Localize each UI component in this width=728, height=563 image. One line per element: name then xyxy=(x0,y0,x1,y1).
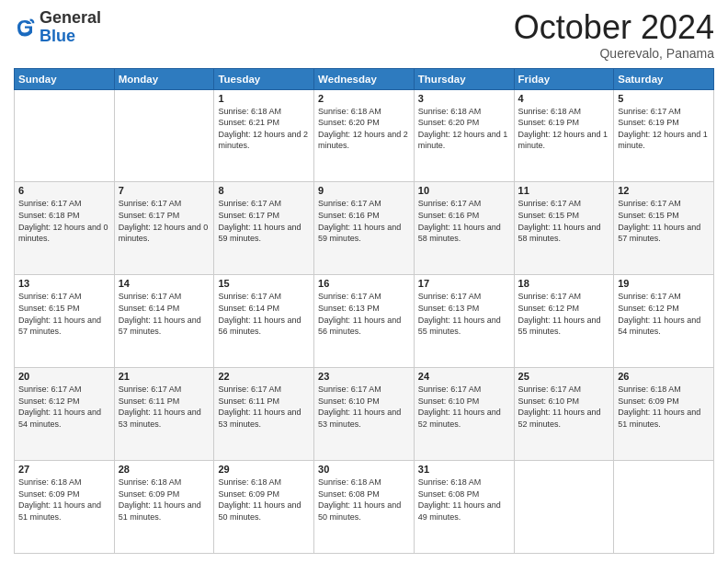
day-number-10: 10 xyxy=(418,185,510,196)
cell-content-0-5: Sunrise: 6:18 AM Sunset: 6:19 PM Dayligh… xyxy=(518,106,610,152)
day-number-17: 17 xyxy=(418,278,510,289)
cell-2-3: 16Sunrise: 6:17 AM Sunset: 6:13 PM Dayli… xyxy=(314,275,415,368)
day-number-2: 2 xyxy=(318,93,410,104)
col-saturday: Saturday xyxy=(614,68,714,89)
cell-content-1-5: Sunrise: 6:17 AM Sunset: 6:15 PM Dayligh… xyxy=(518,198,610,244)
cell-4-4: 31Sunrise: 6:18 AM Sunset: 6:08 PM Dayli… xyxy=(414,461,514,554)
location: Querevalo, Panama xyxy=(514,46,714,61)
cell-1-1: 7Sunrise: 6:17 AM Sunset: 6:17 PM Daylig… xyxy=(114,182,214,275)
header: General Blue October 2024 Querevalo, Pan… xyxy=(14,9,714,61)
day-number-23: 23 xyxy=(318,371,410,382)
cell-content-4-2: Sunrise: 6:18 AM Sunset: 6:09 PM Dayligh… xyxy=(218,477,310,523)
cell-4-2: 29Sunrise: 6:18 AM Sunset: 6:09 PM Dayli… xyxy=(214,461,314,554)
cell-content-1-6: Sunrise: 6:17 AM Sunset: 6:15 PM Dayligh… xyxy=(618,198,710,244)
col-tuesday: Tuesday xyxy=(214,68,314,89)
cell-0-3: 2Sunrise: 6:18 AM Sunset: 6:20 PM Daylig… xyxy=(314,89,415,182)
month-title: October 2024 xyxy=(514,9,714,46)
week-row-2: 13Sunrise: 6:17 AM Sunset: 6:15 PM Dayli… xyxy=(15,275,714,368)
cell-content-2-2: Sunrise: 6:17 AM Sunset: 6:14 PM Dayligh… xyxy=(218,291,310,337)
cell-1-2: 8Sunrise: 6:17 AM Sunset: 6:17 PM Daylig… xyxy=(214,182,314,275)
cell-content-2-6: Sunrise: 6:17 AM Sunset: 6:12 PM Dayligh… xyxy=(618,291,710,337)
cell-4-5 xyxy=(514,461,614,554)
cell-0-5: 4Sunrise: 6:18 AM Sunset: 6:19 PM Daylig… xyxy=(514,89,614,182)
cell-content-2-5: Sunrise: 6:17 AM Sunset: 6:12 PM Dayligh… xyxy=(518,291,610,337)
cell-2-6: 19Sunrise: 6:17 AM Sunset: 6:12 PM Dayli… xyxy=(614,275,714,368)
day-number-19: 19 xyxy=(618,278,710,289)
day-number-29: 29 xyxy=(218,464,310,475)
day-number-1: 1 xyxy=(218,93,310,104)
day-number-12: 12 xyxy=(618,185,710,196)
cell-0-6: 5Sunrise: 6:17 AM Sunset: 6:19 PM Daylig… xyxy=(614,89,714,182)
day-number-22: 22 xyxy=(218,371,310,382)
day-number-15: 15 xyxy=(218,278,310,289)
cell-content-3-1: Sunrise: 6:17 AM Sunset: 6:11 PM Dayligh… xyxy=(119,384,210,430)
day-number-28: 28 xyxy=(119,464,210,475)
week-row-0: 1Sunrise: 6:18 AM Sunset: 6:21 PM Daylig… xyxy=(15,89,714,182)
col-thursday: Thursday xyxy=(414,68,514,89)
cell-content-4-0: Sunrise: 6:18 AM Sunset: 6:09 PM Dayligh… xyxy=(18,477,110,523)
cell-content-2-4: Sunrise: 6:17 AM Sunset: 6:13 PM Dayligh… xyxy=(418,291,510,337)
cell-content-2-0: Sunrise: 6:17 AM Sunset: 6:15 PM Dayligh… xyxy=(18,291,110,337)
day-number-20: 20 xyxy=(18,371,110,382)
cell-content-1-4: Sunrise: 6:17 AM Sunset: 6:16 PM Dayligh… xyxy=(418,198,510,244)
cell-content-3-4: Sunrise: 6:17 AM Sunset: 6:10 PM Dayligh… xyxy=(418,384,510,430)
cell-0-4: 3Sunrise: 6:18 AM Sunset: 6:20 PM Daylig… xyxy=(414,89,514,182)
logo: General Blue xyxy=(14,9,101,46)
day-number-30: 30 xyxy=(318,464,410,475)
col-sunday: Sunday xyxy=(15,68,115,89)
day-number-9: 9 xyxy=(318,185,410,196)
cell-4-6 xyxy=(614,461,714,554)
cell-3-6: 26Sunrise: 6:18 AM Sunset: 6:09 PM Dayli… xyxy=(614,368,714,461)
cell-content-3-5: Sunrise: 6:17 AM Sunset: 6:10 PM Dayligh… xyxy=(518,384,610,430)
col-monday: Monday xyxy=(114,68,214,89)
col-friday: Friday xyxy=(514,68,614,89)
day-number-14: 14 xyxy=(119,278,210,289)
day-number-18: 18 xyxy=(518,278,610,289)
logo-text: General Blue xyxy=(40,9,101,46)
cell-4-3: 30Sunrise: 6:18 AM Sunset: 6:08 PM Dayli… xyxy=(314,461,415,554)
logo-general: General xyxy=(40,8,101,27)
day-number-5: 5 xyxy=(618,93,710,104)
cell-content-4-1: Sunrise: 6:18 AM Sunset: 6:09 PM Dayligh… xyxy=(119,477,210,523)
cell-3-1: 21Sunrise: 6:17 AM Sunset: 6:11 PM Dayli… xyxy=(114,368,214,461)
cell-4-0: 27Sunrise: 6:18 AM Sunset: 6:09 PM Dayli… xyxy=(15,461,115,554)
calendar-table: Sunday Monday Tuesday Wednesday Thursday… xyxy=(14,68,714,554)
cell-1-6: 12Sunrise: 6:17 AM Sunset: 6:15 PM Dayli… xyxy=(614,182,714,275)
day-number-26: 26 xyxy=(618,371,710,382)
page: General Blue October 2024 Querevalo, Pan… xyxy=(0,0,728,563)
day-number-3: 3 xyxy=(418,93,510,104)
cell-0-0 xyxy=(15,89,115,182)
cell-3-3: 23Sunrise: 6:17 AM Sunset: 6:10 PM Dayli… xyxy=(314,368,415,461)
cell-content-3-2: Sunrise: 6:17 AM Sunset: 6:11 PM Dayligh… xyxy=(218,384,310,430)
day-number-11: 11 xyxy=(518,185,610,196)
cell-content-0-4: Sunrise: 6:18 AM Sunset: 6:20 PM Dayligh… xyxy=(418,106,510,152)
logo-icon xyxy=(14,17,36,39)
cell-content-0-6: Sunrise: 6:17 AM Sunset: 6:19 PM Dayligh… xyxy=(618,106,710,152)
cell-1-5: 11Sunrise: 6:17 AM Sunset: 6:15 PM Dayli… xyxy=(514,182,614,275)
cell-1-0: 6Sunrise: 6:17 AM Sunset: 6:18 PM Daylig… xyxy=(15,182,115,275)
day-number-7: 7 xyxy=(119,185,210,196)
cell-content-1-0: Sunrise: 6:17 AM Sunset: 6:18 PM Dayligh… xyxy=(18,198,110,244)
day-number-6: 6 xyxy=(18,185,110,196)
cell-content-4-4: Sunrise: 6:18 AM Sunset: 6:08 PM Dayligh… xyxy=(418,477,510,523)
cell-3-0: 20Sunrise: 6:17 AM Sunset: 6:12 PM Dayli… xyxy=(15,368,115,461)
cell-3-5: 25Sunrise: 6:17 AM Sunset: 6:10 PM Dayli… xyxy=(514,368,614,461)
day-number-25: 25 xyxy=(518,371,610,382)
cell-content-3-3: Sunrise: 6:17 AM Sunset: 6:10 PM Dayligh… xyxy=(318,384,410,430)
week-row-4: 27Sunrise: 6:18 AM Sunset: 6:09 PM Dayli… xyxy=(15,461,714,554)
cell-2-4: 17Sunrise: 6:17 AM Sunset: 6:13 PM Dayli… xyxy=(414,275,514,368)
cell-1-3: 9Sunrise: 6:17 AM Sunset: 6:16 PM Daylig… xyxy=(314,182,415,275)
day-number-27: 27 xyxy=(18,464,110,475)
cell-content-0-3: Sunrise: 6:18 AM Sunset: 6:20 PM Dayligh… xyxy=(318,106,410,152)
cell-content-4-3: Sunrise: 6:18 AM Sunset: 6:08 PM Dayligh… xyxy=(318,477,410,523)
cell-content-2-1: Sunrise: 6:17 AM Sunset: 6:14 PM Dayligh… xyxy=(119,291,210,337)
day-number-16: 16 xyxy=(318,278,410,289)
cell-0-1 xyxy=(114,89,214,182)
cell-4-1: 28Sunrise: 6:18 AM Sunset: 6:09 PM Dayli… xyxy=(114,461,214,554)
cell-3-4: 24Sunrise: 6:17 AM Sunset: 6:10 PM Dayli… xyxy=(414,368,514,461)
cell-3-2: 22Sunrise: 6:17 AM Sunset: 6:11 PM Dayli… xyxy=(214,368,314,461)
cell-2-2: 15Sunrise: 6:17 AM Sunset: 6:14 PM Dayli… xyxy=(214,275,314,368)
day-number-24: 24 xyxy=(418,371,510,382)
cell-content-3-6: Sunrise: 6:18 AM Sunset: 6:09 PM Dayligh… xyxy=(618,384,710,430)
cell-content-2-3: Sunrise: 6:17 AM Sunset: 6:13 PM Dayligh… xyxy=(318,291,410,337)
